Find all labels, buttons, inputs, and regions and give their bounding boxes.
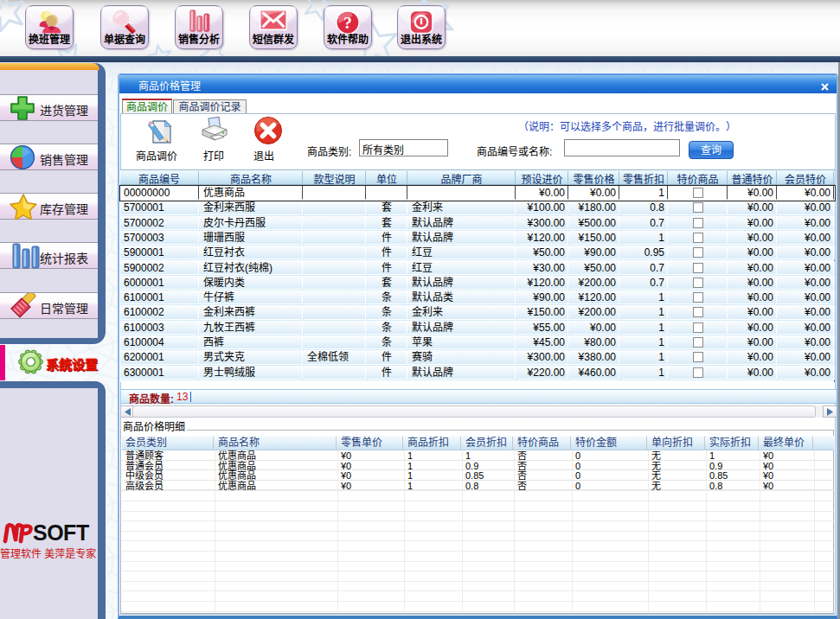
svg-text:?: ? (343, 13, 352, 32)
svg-text:SOFT: SOFT (33, 520, 89, 544)
